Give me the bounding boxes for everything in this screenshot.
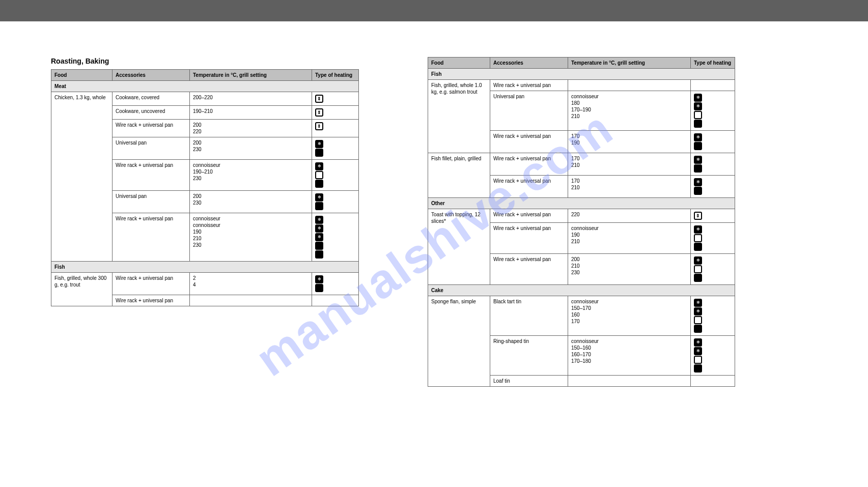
solid-square-icon — [694, 243, 702, 251]
left-heading: Roasting, Baking — [51, 57, 358, 65]
fan-icon — [694, 256, 702, 265]
solid-square-icon — [315, 242, 323, 250]
fan-icon — [315, 224, 323, 233]
solid-square-icon — [315, 250, 323, 259]
heating-type-cell — [691, 223, 735, 254]
col-head: Type of heating — [691, 58, 735, 69]
solid-square-icon — [694, 142, 702, 150]
heating-type-cell — [691, 254, 735, 285]
accessory-cell: Wire rack + universal pan — [490, 254, 568, 285]
accessory-cell: Black tart tin — [490, 296, 568, 336]
food-cell: Fish fillet, plain, grilled — [428, 153, 490, 198]
temperature-cell: connoisseur 190–210 230 — [190, 160, 312, 191]
col-head: Accessories — [113, 70, 190, 81]
accessory-cell: Cookware, uncovered — [113, 106, 190, 120]
heating-type-cell — [312, 213, 359, 262]
fan-icon — [694, 347, 702, 355]
heating-type-cell — [691, 296, 735, 336]
temperature-cell: 200 230 — [190, 191, 312, 213]
outline-square-icon — [694, 265, 702, 273]
solid-square-icon — [694, 187, 702, 195]
fan-icon — [694, 133, 702, 141]
page-content: Roasting, Baking Food Accessories Temper… — [0, 21, 868, 387]
heating-type-cell — [691, 91, 735, 131]
heating-type-cell — [312, 295, 359, 306]
left-table: Food Accessories Temperature in °C, gril… — [51, 69, 359, 306]
heating-type-cell — [691, 131, 735, 153]
accessory-cell: Loaf tin — [490, 376, 568, 387]
accessory-cell: Ring-shaped tin — [490, 336, 568, 376]
outline-square-icon — [315, 171, 323, 179]
heating-type-cell — [691, 153, 735, 176]
heating-type-cell — [691, 176, 735, 198]
fan-icon — [315, 275, 323, 283]
temperature-cell: 200 210 230 — [568, 254, 691, 285]
temperature-cell: 170 190 — [568, 131, 691, 153]
fan-icon — [694, 225, 702, 234]
variable-icon — [694, 212, 702, 220]
solid-square-icon — [694, 325, 702, 333]
accessory-cell: Wire rack + universal pan — [113, 273, 190, 295]
heating-type-cell — [691, 376, 735, 387]
col-head: Temperature in °C, grill setting — [190, 70, 312, 81]
accessory-cell: Wire rack + universal pan — [490, 176, 568, 198]
solid-square-icon — [315, 202, 323, 210]
food-cell: Fish, grilled, whole 300 g, e.g. trout — [51, 273, 113, 306]
heating-type-cell — [312, 106, 359, 120]
temperature-cell: connoisseur 150–170 160 170 — [568, 296, 691, 336]
temperature-cell — [190, 295, 312, 306]
accessory-cell: Wire rack + universal pan — [113, 213, 190, 262]
accessory-cell: Wire rack + universal pan — [490, 223, 568, 254]
temperature-cell: 200–220 — [190, 92, 312, 106]
temperature-cell: 200 220 — [190, 120, 312, 137]
solid-square-icon — [694, 274, 702, 282]
accessory-cell: Wire rack + universal pan — [113, 160, 190, 191]
col-head: Accessories — [490, 58, 568, 69]
fan-icon — [694, 178, 702, 186]
accessory-cell: Universal pan — [113, 191, 190, 213]
outline-square-icon — [694, 356, 702, 364]
food-cell: Sponge flan, simple — [428, 296, 490, 387]
temperature-cell: connoisseur 150–160 160–170 170–180 — [568, 336, 691, 376]
right-table: Food Accessories Temperature in °C, gril… — [428, 57, 735, 387]
heating-type-cell — [312, 191, 359, 213]
temperature-cell — [568, 80, 691, 91]
accessory-cell: Universal pan — [490, 91, 568, 131]
fan-icon — [315, 140, 323, 148]
temperature-cell: 200 230 — [190, 137, 312, 160]
col-head: Food — [51, 70, 113, 81]
heating-type-cell — [691, 209, 735, 223]
temperature-cell: 190–210 — [190, 106, 312, 120]
accessory-cell: Wire rack + universal pan — [490, 153, 568, 176]
outline-square-icon — [694, 111, 702, 119]
col-head: Temperature in °C, grill setting — [568, 58, 691, 69]
temperature-cell: 170 210 — [568, 176, 691, 198]
col-head: Type of heating — [312, 70, 359, 81]
fan-icon — [315, 162, 323, 170]
solid-square-icon — [315, 284, 323, 292]
temperature-cell: 220 — [568, 209, 691, 223]
accessory-cell: Wire rack + universal pan — [490, 209, 568, 223]
col-head: Food — [428, 58, 490, 69]
solid-square-icon — [694, 120, 702, 128]
variable-icon — [315, 95, 323, 103]
right-column: Food Accessories Temperature in °C, gril… — [428, 57, 735, 387]
section-header: Fish — [51, 262, 359, 273]
accessory-cell: Wire rack + universal pan — [490, 80, 568, 91]
variable-icon — [315, 122, 323, 130]
solid-square-icon — [315, 149, 323, 157]
temperature-cell: 170 210 — [568, 153, 691, 176]
fan-icon — [694, 156, 702, 164]
section-header: Meat — [51, 81, 359, 92]
fan-icon — [694, 299, 702, 307]
temperature-cell: 2 4 — [190, 273, 312, 295]
section-header: Cake — [428, 285, 735, 296]
food-cell: Fish, grilled, whole 1.0 kg, e.g. salmon… — [428, 80, 490, 153]
heating-type-cell — [312, 160, 359, 191]
accessory-cell: Wire rack + universal pan — [490, 131, 568, 153]
accessory-cell: Universal pan — [113, 137, 190, 160]
temperature-cell: connoisseur connoisseur 190 210 230 — [190, 213, 312, 262]
left-column: Roasting, Baking Food Accessories Temper… — [51, 57, 358, 387]
solid-square-icon — [694, 364, 702, 373]
outline-square-icon — [694, 234, 702, 242]
